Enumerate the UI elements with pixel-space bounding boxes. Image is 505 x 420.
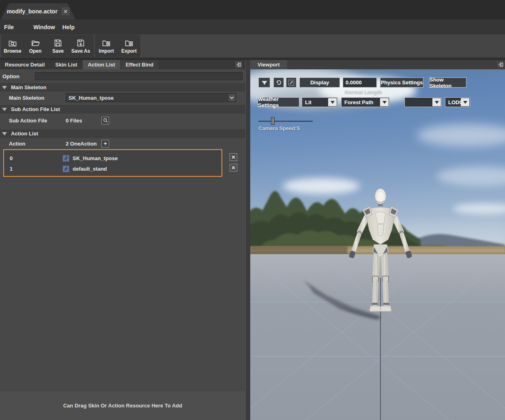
menu-file[interactable]: File [4, 24, 14, 30]
export-button[interactable]: Export [118, 35, 140, 57]
menu-help[interactable]: Help [62, 24, 75, 30]
sub-action-header[interactable]: Sub Action File List [0, 105, 245, 114]
actor-editor-window: modify_bone.actor ✕ File Window Help Bro… [0, 0, 505, 420]
option-input[interactable] [35, 72, 243, 80]
sub-action-header-label: Sub Action File List [11, 106, 60, 112]
viewport-tabbar: Viewport [250, 60, 505, 69]
dropdown-arrow-icon[interactable] [461, 98, 469, 106]
search-icon[interactable] [101, 117, 109, 124]
close-icon[interactable]: ✕ [62, 7, 70, 15]
action-list-header[interactable]: Action List [0, 129, 245, 138]
remove-action-1-button[interactable]: ✕ [230, 164, 237, 171]
action-name: SK_Human_tpose [73, 155, 118, 161]
browse-label: Browse [4, 48, 21, 54]
dirt-shadowed [250, 246, 348, 255]
tab-effect-bind[interactable]: Effect Bind [121, 60, 159, 69]
dropdown-arrow-icon[interactable] [328, 98, 337, 106]
lod-dropdown[interactable]: LOD0 [445, 97, 470, 107]
dropdown-arrow-icon[interactable] [432, 98, 441, 106]
tab-action-list-label: Action List [88, 62, 115, 68]
tab-effect-bind-label: Effect Bind [126, 62, 154, 68]
main-skeleton-dropdown[interactable]: SK_Human_tpose [66, 93, 236, 102]
panel-pin-icon[interactable] [235, 61, 242, 68]
display-button[interactable]: Display [299, 77, 340, 88]
menubar: File Window Help [0, 19, 505, 34]
tab-resource-detail[interactable]: Resource Detail [0, 60, 49, 69]
plus-icon: + [103, 140, 107, 147]
action-list-header-label: Action List [11, 131, 38, 137]
camera-speed-slider[interactable] [258, 121, 313, 122]
menu-window[interactable]: Window [33, 24, 55, 30]
robot-character [344, 188, 417, 317]
resource-panel: Resource Detail Skin List Action List Ef… [0, 60, 245, 420]
extra-dropdown[interactable] [404, 97, 442, 107]
file-tool-group: Browse Open Save [1, 35, 94, 57]
remove-action-0-button[interactable]: ✕ [230, 153, 237, 161]
dropdown-arrow-icon[interactable] [380, 98, 389, 106]
action-selection-box: 0 SK_Human_tpose 1 default_stand [3, 149, 222, 177]
add-action-button[interactable]: + [101, 140, 109, 148]
environment-dropdown[interactable]: Forest Path [341, 97, 389, 107]
main-skeleton-header[interactable]: Main Skeleton [0, 83, 245, 92]
main-skeleton-value: SK_Human_tpose [69, 95, 114, 101]
weather-settings-button[interactable]: Weather Settings [258, 97, 299, 107]
document-tab[interactable]: modify_bone.actor ✕ [1, 3, 75, 19]
remove-icon: ✕ [231, 154, 235, 160]
refresh-icon [276, 79, 282, 86]
import-label: Import [99, 48, 114, 54]
sub-action-field-label: Sub Action File [9, 118, 66, 124]
drop-hint-text: Can Drag Skin Or Action Resource Here To… [63, 403, 183, 420]
refresh-button[interactable] [273, 77, 284, 88]
import-folder-icon [102, 39, 111, 47]
main-skeleton-field-label: Main Skeleton [9, 95, 66, 101]
action-field-label: Action [9, 141, 66, 147]
export-label: Export [121, 48, 137, 54]
camera-view-button[interactable] [258, 77, 270, 88]
open-button[interactable]: Open [24, 35, 47, 57]
save-as-label: Save As [71, 48, 90, 54]
show-skeleton-button[interactable]: Show Skeleton [429, 77, 466, 88]
panel-splitter[interactable] [245, 60, 250, 420]
viewport-pin-icon[interactable] [497, 61, 504, 68]
viewport-3d-scene[interactable]: Display Normal Length Physics Settings S… [250, 69, 505, 420]
action-name: default_stand [73, 166, 107, 172]
normal-length-label: Normal Length [345, 89, 382, 95]
action-count: 2 OneAction [66, 141, 101, 147]
chevron-down-icon[interactable] [228, 94, 235, 101]
tab-viewport[interactable]: Viewport [250, 60, 287, 69]
action-index: 0 [10, 155, 62, 161]
collapse-caret-icon [2, 108, 7, 111]
render-mode-dropdown[interactable]: Lit [302, 97, 337, 107]
main-skeleton-row: Main Skeleton SK_Human_tpose [0, 92, 245, 103]
tab-action-list[interactable]: Action List [83, 60, 120, 69]
physics-settings-label: Physics Settings [380, 79, 423, 86]
weather-settings-label: Weather Settings [258, 96, 299, 108]
physics-settings-button[interactable]: Physics Settings [380, 77, 423, 88]
animation-clip-icon [62, 155, 69, 162]
camera-funnel-icon [261, 80, 268, 85]
tools-button[interactable] [286, 77, 297, 88]
save-button[interactable]: Save [47, 35, 69, 57]
sub-action-row: Sub Action File 0 Files [0, 115, 245, 126]
remove-icon: ✕ [231, 165, 235, 171]
normal-length-input[interactable] [343, 77, 377, 88]
document-tabbar: modify_bone.actor ✕ [0, 0, 505, 19]
drop-target-area[interactable]: Can Drag Skin Or Action Resource Here To… [0, 391, 245, 420]
viewport-panel: Viewport [250, 60, 505, 420]
export-folder-icon [125, 39, 133, 47]
show-skeleton-label: Show Skeleton [430, 77, 466, 89]
open-folder-icon [31, 39, 40, 47]
main-skeleton-header-label: Main Skeleton [11, 84, 46, 90]
environment-value: Forest Path [344, 99, 374, 105]
camera-speed-handle[interactable] [271, 117, 275, 125]
action-count-row: Action 2 OneAction + [0, 138, 245, 149]
action-index: 1 [10, 166, 62, 172]
collapse-caret-icon [2, 86, 7, 89]
browse-button[interactable]: Browse [1, 35, 24, 57]
tab-skin-list[interactable]: Skin List [50, 60, 82, 69]
save-as-button[interactable]: Save As [69, 35, 92, 57]
collapse-caret-icon [2, 132, 7, 135]
action-row-0[interactable]: 0 SK_Human_tpose [4, 153, 221, 163]
import-button[interactable]: Import [95, 35, 118, 57]
action-row-1[interactable]: 1 default_stand [4, 163, 221, 174]
